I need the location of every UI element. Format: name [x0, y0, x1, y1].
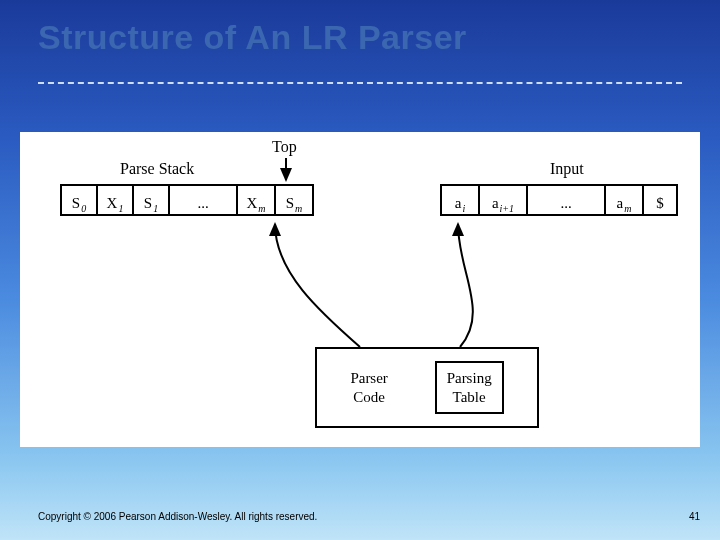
input-cell: am — [606, 186, 644, 214]
copyright-text: Copyright © 2006 Pearson Addison-Wesley.… — [38, 511, 317, 522]
stack-cell: Xm — [238, 186, 276, 214]
diagram: Top Parse Stack Input S0X1S1...XmSm aiai… — [20, 132, 700, 447]
input-label: Input — [550, 160, 584, 178]
stack-cell: S0 — [60, 186, 98, 214]
parse-stack-strip: S0X1S1...XmSm — [60, 184, 314, 216]
input-cell: ai+1 — [480, 186, 528, 214]
input-cell: ... — [528, 186, 606, 214]
input-cell: $ — [644, 186, 678, 214]
parser-box: Parser Code Parsing Table — [315, 347, 539, 428]
title-divider — [38, 82, 682, 84]
stack-cell: Sm — [276, 186, 314, 214]
top-label: Top — [272, 138, 297, 156]
parsing-table-box: Parsing Table — [435, 361, 504, 415]
parse-stack-label: Parse Stack — [120, 160, 194, 178]
stack-cell: S1 — [134, 186, 170, 214]
stack-cell: X1 — [98, 186, 134, 214]
slide: Structure of An LR Parser Top Parse Stac… — [0, 0, 720, 540]
stack-cell: ... — [170, 186, 238, 214]
page-number: 41 — [689, 511, 700, 522]
slide-title: Structure of An LR Parser — [38, 18, 467, 57]
parser-code-box: Parser Code — [350, 369, 388, 407]
input-cell: ai — [440, 186, 480, 214]
input-strip: aiai+1...am$ — [440, 184, 678, 216]
